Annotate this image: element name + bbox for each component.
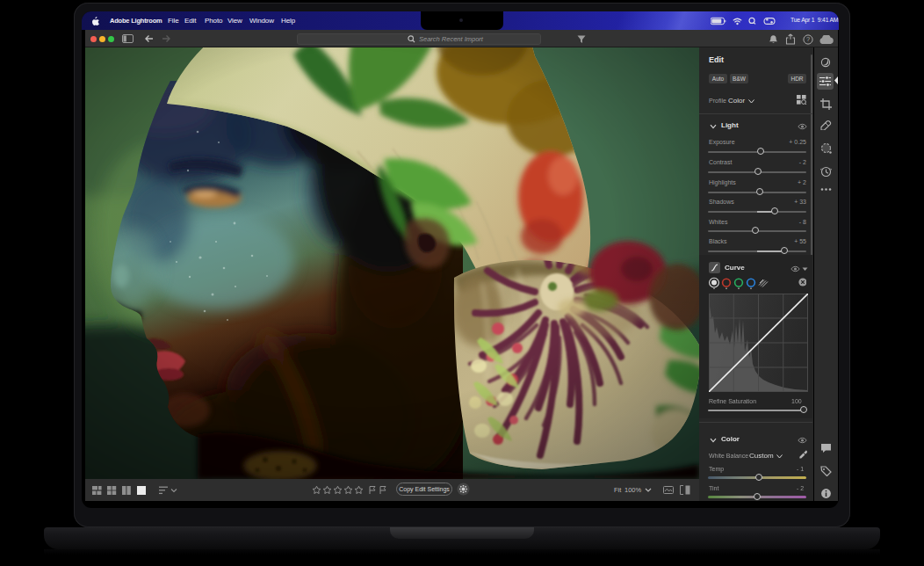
svg-text:?: ? — [806, 35, 810, 43]
